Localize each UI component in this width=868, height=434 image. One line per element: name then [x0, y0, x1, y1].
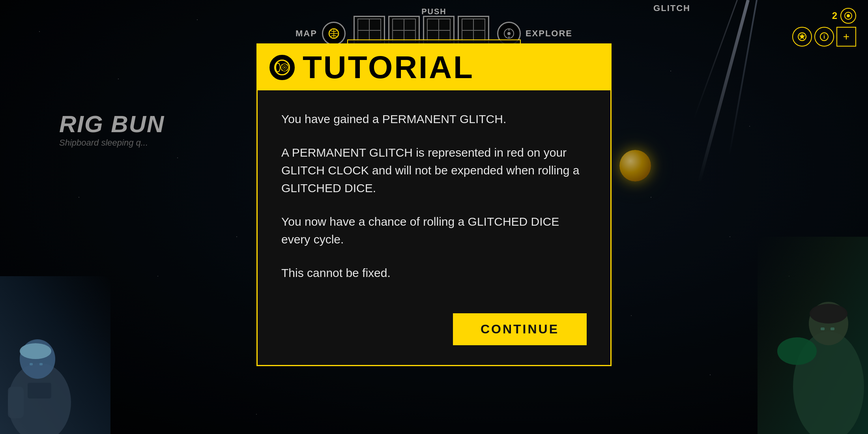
svg-rect-28 — [821, 327, 825, 330]
hud-plus-button[interactable]: + — [836, 27, 856, 47]
explore-label: EXPLORE — [526, 28, 572, 39]
svg-point-15 — [282, 69, 283, 71]
tutorial-footer: CONTINUE — [258, 301, 610, 365]
continue-button[interactable]: CONTINUE — [453, 313, 587, 345]
tutorial-body: You have gained a PERMANENT GLITCH. A PE… — [258, 90, 610, 301]
tutorial-text: You have gained a PERMANENT GLITCH. A PE… — [281, 110, 587, 282]
svg-point-27 — [810, 304, 847, 324]
tutorial-paragraph-4: This cannot be fixed. — [281, 264, 587, 282]
svg-point-19 — [20, 343, 51, 359]
map-label: MAP — [296, 28, 317, 39]
right-hud: 2 i + — [792, 8, 856, 47]
svg-point-6 — [847, 14, 850, 17]
film-icon — [274, 60, 290, 75]
card-cross-1 — [357, 19, 381, 42]
svg-point-25 — [777, 337, 817, 365]
tutorial-paragraph-2: A PERMANENT GLITCH is represented in red… — [281, 144, 587, 197]
tutorial-title: TUTORIAL — [303, 52, 474, 83]
svg-point-13 — [282, 64, 283, 65]
svg-rect-23 — [8, 387, 24, 418]
card-cross-3 — [427, 19, 451, 42]
svg-point-12 — [284, 67, 285, 68]
svg-point-16 — [287, 69, 288, 71]
svg-rect-20 — [30, 363, 33, 365]
svg-text:i: i — [823, 34, 825, 40]
svg-rect-29 — [831, 327, 834, 330]
small-circle-1[interactable] — [792, 27, 812, 47]
counter-circle — [840, 8, 856, 24]
tutorial-icon — [269, 55, 295, 80]
card-cross-2 — [392, 19, 416, 42]
hud-small-circles: i + — [792, 27, 856, 47]
plus-symbol: + — [843, 30, 849, 43]
tutorial-paragraph-1: You have gained a PERMANENT GLITCH. — [281, 110, 587, 128]
tutorial-paragraph-3: You now have a chance of rolling a GLITC… — [281, 213, 587, 248]
svg-rect-21 — [39, 363, 43, 365]
svg-rect-22 — [28, 383, 51, 398]
svg-point-14 — [287, 64, 288, 65]
card-cross-4 — [462, 19, 485, 42]
map-icon[interactable] — [322, 22, 346, 45]
tutorial-modal: TUTORIAL You have gained a PERMANENT GLI… — [256, 43, 612, 366]
hud-counter: 2 — [832, 8, 856, 24]
small-circle-2[interactable]: i — [814, 27, 834, 47]
tutorial-header: TUTORIAL — [258, 45, 610, 90]
character-left-area — [0, 276, 110, 434]
character-right-area — [758, 237, 868, 434]
counter-value: 2 — [832, 10, 837, 21]
svg-point-2 — [507, 32, 511, 35]
push-label: PUSH — [421, 7, 447, 16]
glitch-label: GLITCH — [653, 3, 690, 13]
